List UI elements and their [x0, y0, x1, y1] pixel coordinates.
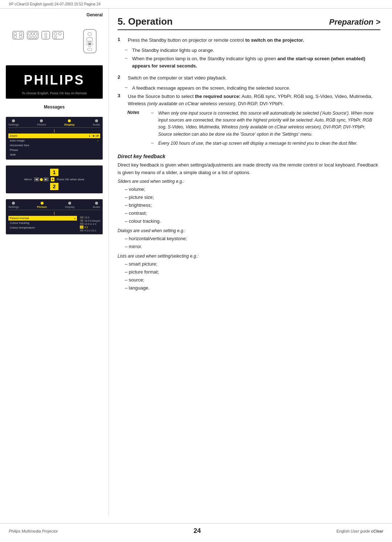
keystone-top-num: 1: [50, 169, 59, 176]
osd2-opt-43169-box: 4:3: [80, 222, 83, 225]
step-3-num: 3: [118, 93, 123, 107]
osd-tab-picture: Picture: [37, 119, 46, 126]
list-item-4: – language.: [125, 284, 380, 292]
messages-label: Messages: [6, 104, 103, 110]
keystone-bottom-num: 2: [50, 183, 59, 190]
osd2-opt-169-box: 4:3: [80, 216, 83, 219]
notes-dash-sym-2: –: [151, 140, 155, 147]
svg-point-3: [19, 32, 22, 35]
slider-item-2: – picture size;: [125, 193, 380, 201]
dash-1: –: [125, 47, 129, 54]
dash-2: –: [125, 55, 129, 69]
svg-point-10: [32, 36, 34, 38]
osd-screen-2: Settings Picture Display Audio |: [6, 199, 103, 234]
osd-row-zoom: Zoom ± ◄ off: [8, 134, 100, 138]
osd2-opt-43169: 4:3 16:9 in 4:3: [80, 222, 100, 225]
osd2-tab-display: Display: [65, 202, 74, 209]
page-layout: General: [0, 9, 392, 517]
dialog-item-2: – mirror.: [125, 243, 380, 251]
section-subtitle: Preparation >: [329, 17, 380, 27]
step-1-text: Press the Standby button on projector or…: [128, 37, 380, 44]
osd-row-hsize: Horizontal Size: [8, 143, 100, 148]
svg-point-11: [34, 36, 37, 38]
footer: Philips Multimedia Projector 24 English …: [0, 523, 392, 535]
osd2-tab-picture: Picture: [37, 202, 47, 209]
osd2-opt-169: 4:3 16:9: [80, 216, 100, 219]
svg-point-20: [88, 32, 91, 36]
dialogs-label: Dialogs are used when setting e.g.:: [118, 228, 380, 233]
philips-logo: PHILIPS: [9, 73, 99, 88]
footer-right: English User guide cClear: [336, 529, 383, 533]
osd2-rows: Picture Format ± Colour tracking Colour …: [8, 216, 77, 230]
osd-tabs-1: Settings Picture Display Audio: [8, 119, 100, 128]
osd2-format-arrow: ±: [74, 217, 75, 220]
osd2-opt-169e: ⊡ 16:9 Enlarged: [80, 219, 100, 222]
osd2-opt-43in161-label: 4:3 in 16:1: [84, 229, 96, 232]
footer-left: Philips Multimedia Projector: [9, 529, 58, 533]
notes-text-2: Every 100 hours of use, the start-up scr…: [158, 140, 380, 147]
svg-point-18: [54, 36, 57, 38]
osd-settings-icon: [12, 119, 15, 122]
dash-item-2: – When the projection lamp is on, the St…: [125, 55, 380, 69]
notes-content: – When only one input source is connecte…: [144, 110, 380, 148]
list-item-3: – source;: [125, 276, 380, 284]
footer-cclear: cClear: [371, 529, 383, 533]
osd-row-shift: Shift: [8, 152, 100, 157]
svg-point-8: [34, 32, 37, 35]
osd2-tab-settings: Settings: [8, 202, 19, 209]
svg-point-17: [58, 32, 61, 35]
svg-point-9: [29, 36, 31, 38]
osd2-row-tracking: Colour tracking: [8, 221, 77, 225]
notes-dash-2: – Every 100 hours of use, the start-up s…: [151, 140, 380, 147]
osd-zoom-label: Zoom: [10, 134, 89, 137]
dash-text-3: A feedback message appears on the screen…: [132, 85, 290, 92]
keystone-press-label: Press OK when done: [57, 178, 84, 181]
direct-key-body: Direct key feedback is given when settin…: [118, 161, 380, 177]
notes-dash-1: – When only one input source is connecte…: [151, 110, 380, 138]
dialogs-list: – horizontal/vertical keystone; – mirror…: [125, 235, 380, 251]
keystone-arrows: ◄ ►: [34, 177, 49, 181]
remote-svg: [11, 28, 98, 57]
keystone-row: Mirror ◄ ► ● Press OK when done: [9, 177, 99, 181]
svg-rect-15: [53, 31, 64, 39]
osd-autoimage-label: Auto Image: [10, 139, 97, 142]
dash-item-3: – A feedback message appears on the scre…: [125, 85, 380, 92]
svg-point-26: [89, 43, 91, 45]
keystone-dot-yellow: ●: [51, 177, 55, 181]
footer-userguide: User guide: [351, 529, 370, 533]
osd2-opt-43-box: 4:3: [80, 226, 83, 229]
osd2-opt-43in161-box: 4:3: [80, 229, 83, 232]
svg-point-22: [86, 43, 89, 45]
svg-point-1: [14, 32, 17, 35]
osd2-opt-43-label: 4:3: [84, 226, 88, 229]
notes-dash-sym-1: –: [151, 110, 155, 138]
osd-tab-display: Display: [64, 119, 74, 126]
dash-3: –: [125, 85, 129, 92]
osd2-tracking-label: Colour tracking: [10, 221, 75, 225]
step-1-num: 1: [118, 37, 123, 44]
dash-item-1: – The Standby indicator lights up orange…: [125, 47, 380, 54]
osd2-row-temperature: Colour temperature: [8, 225, 77, 230]
direct-key-heading: Direct key feedback: [118, 153, 380, 159]
keystone-box: 1 Mirror ◄ ► ● Press OK when done 2: [6, 165, 103, 193]
list-item-1: – smart picture;: [125, 260, 380, 268]
svg-point-16: [54, 32, 57, 35]
sliders-list: – volume; – picture size; – brightness; …: [125, 185, 380, 225]
notes-label: Notes: [118, 110, 139, 148]
osd2-content: Picture Format ± Colour tracking Colour …: [8, 216, 100, 232]
osd-row-autoimage: Auto Image ○: [8, 138, 100, 143]
slider-item-4: – contrast;: [125, 209, 380, 217]
step-2-num: 2: [118, 74, 123, 82]
osd-audio-icon: [95, 119, 98, 122]
svg-point-14: [45, 36, 47, 38]
osd2-opt-169e-label: 16:9 Enlarged: [84, 219, 100, 222]
osd2-display-icon: [68, 202, 71, 205]
svg-rect-27: [87, 48, 92, 50]
svg-rect-21: [87, 38, 93, 41]
osd-shift-label: Shift: [10, 153, 99, 156]
osd-phase-label: Phase: [10, 148, 99, 152]
osd-indicator: |: [8, 129, 100, 133]
osd2-opt-43in161: 4:3 4:3 in 16:1: [80, 229, 100, 232]
svg-point-13: [45, 33, 47, 35]
slider-item-1: – volume;: [125, 185, 380, 193]
